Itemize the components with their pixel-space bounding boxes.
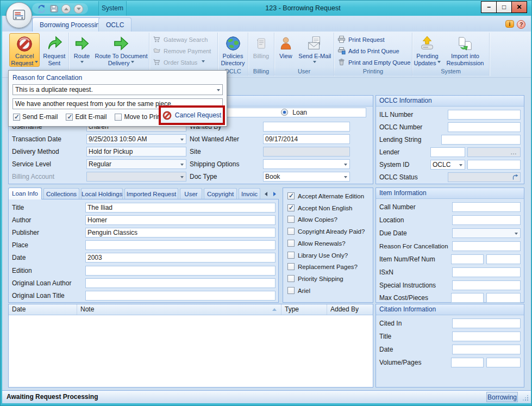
- place-field[interactable]: [85, 240, 276, 250]
- info-icon[interactable]: [505, 20, 514, 28]
- option-library-use-only[interactable]: Library Use Only?: [287, 252, 348, 259]
- transaction-date-combo[interactable]: 9/25/2013 10:50 AM: [86, 134, 186, 144]
- view-user-button[interactable]: View: [276, 33, 296, 67]
- option-accept-alternate-edition[interactable]: Accept Alternate Edition: [287, 192, 364, 199]
- resize-grip[interactable]: [522, 394, 528, 401]
- due-date-combo[interactable]: [452, 228, 521, 238]
- column-header-type[interactable]: Type: [281, 304, 327, 315]
- application-menu-icon[interactable]: [6, 2, 32, 28]
- special-instructions-field[interactable]: [452, 280, 521, 290]
- request-sent-button[interactable]: Request Sent: [41, 33, 67, 67]
- refresh-icon[interactable]: [37, 4, 46, 14]
- option-allow-renewals[interactable]: Allow Renewals?: [287, 240, 346, 247]
- checkbox-icon: [13, 114, 20, 121]
- send-email-checkbox[interactable]: Send E-mail: [13, 113, 58, 121]
- cancel-request-ribbon-button[interactable]: Cancel Request: [9, 33, 40, 67]
- add-to-print-queue-button[interactable]: Add to Print Queue: [334, 45, 412, 57]
- shipping-options-label: Shipping Options: [190, 159, 239, 169]
- save-icon[interactable]: [49, 4, 58, 13]
- print-request-button[interactable]: Print Request: [334, 34, 412, 45]
- notes-table-body[interactable]: [9, 315, 373, 387]
- citation-title-field[interactable]: [452, 332, 521, 341]
- max-cost-field[interactable]: [451, 293, 484, 303]
- cancel-request-confirm-button[interactable]: Cancel Request: [161, 108, 223, 123]
- ref-num-field[interactable]: [486, 254, 521, 264]
- tab-copyright[interactable]: Copyright: [204, 188, 237, 199]
- system-id-combo[interactable]: OCLC: [430, 160, 465, 170]
- tab-scroll-left-icon[interactable]: [262, 190, 270, 198]
- cited-in-field[interactable]: [452, 318, 521, 328]
- send-email-button[interactable]: Send E-Mail: [297, 33, 333, 67]
- service-level-label: Service Level: [12, 159, 51, 169]
- publisher-field[interactable]: Penguin Classics: [85, 228, 276, 238]
- column-header-note[interactable]: Note: [77, 304, 281, 315]
- item-num-field[interactable]: [451, 254, 484, 264]
- import-into-resubmission-button[interactable]: Import into Resubmission: [442, 33, 488, 67]
- not-wanted-after-field[interactable]: 09/17/2014: [263, 134, 350, 144]
- route-to-document-delivery-button[interactable]: Route To Document Delivery: [95, 33, 148, 67]
- billing-scroll-icon: [254, 34, 268, 53]
- browse-ellipsis-button[interactable]: …: [510, 148, 517, 157]
- tab-local-holdings[interactable]: Local Holdings: [81, 188, 123, 199]
- pieces-field[interactable]: [486, 293, 521, 303]
- service-level-combo[interactable]: Regular: [86, 159, 186, 169]
- pending-updates-button[interactable]: Pending Updates: [414, 33, 441, 67]
- tab-scroll-right-icon[interactable]: [271, 190, 278, 198]
- loan-radio-row[interactable]: Loan: [222, 108, 366, 117]
- status-refresh-icon[interactable]: [512, 174, 518, 182]
- original-loan-author-field[interactable]: [85, 278, 276, 288]
- lender-field[interactable]: [430, 147, 465, 157]
- edit-email-checkbox[interactable]: Edit E-mail: [66, 113, 107, 121]
- date-field[interactable]: 2003: [85, 253, 276, 263]
- tab-user[interactable]: User: [180, 188, 202, 199]
- tab-oclc[interactable]: OCLC: [98, 17, 132, 32]
- option-ariel[interactable]: Ariel: [287, 287, 310, 294]
- original-loan-title-field[interactable]: [85, 291, 276, 301]
- help-icon[interactable]: [517, 20, 525, 29]
- volume-field[interactable]: [451, 358, 484, 367]
- loan-radio-button[interactable]: [281, 109, 288, 116]
- print-and-empty-queue-button[interactable]: Print and Empty Queue: [334, 57, 412, 68]
- shipping-options-combo[interactable]: [263, 159, 350, 169]
- column-header-date[interactable]: Date: [9, 304, 77, 315]
- maximize-button[interactable]: □: [496, 1, 512, 13]
- wanted-by-field[interactable]: [263, 122, 350, 132]
- lending-string-field[interactable]: [441, 135, 521, 145]
- pages-field[interactable]: [486, 358, 521, 367]
- option-allow-copies[interactable]: Allow Copies?: [287, 216, 337, 223]
- tab-invoice-truncated[interactable]: Invoic: [239, 188, 260, 199]
- title-field[interactable]: The Iliad: [85, 203, 276, 213]
- isxn-field[interactable]: [452, 267, 521, 277]
- location-field[interactable]: [452, 215, 521, 225]
- tab-imported-request[interactable]: Imported Request: [124, 188, 178, 199]
- tab-collections[interactable]: Collections: [43, 188, 79, 199]
- call-number-field[interactable]: [452, 202, 521, 212]
- ill-number-field[interactable]: [448, 110, 521, 120]
- column-header-added-by[interactable]: Added By: [327, 304, 373, 315]
- doc-type-combo[interactable]: Book: [263, 172, 350, 182]
- up-arrow-icon[interactable]: [61, 4, 71, 14]
- request-options-panel: Accept Alternate Edition Accept Non Engl…: [283, 188, 373, 303]
- delivery-method-field[interactable]: Hold for Pickup: [86, 147, 186, 157]
- route-button[interactable]: Route: [70, 33, 93, 67]
- option-replacement-pages[interactable]: Replacement Pages?: [287, 263, 358, 270]
- author-field[interactable]: Homer: [85, 215, 276, 225]
- oclc-number-field[interactable]: [448, 122, 521, 132]
- cancellation-reason-combo[interactable]: This is a duplicate request.: [12, 84, 223, 95]
- tab-loan-info[interactable]: Loan Info: [8, 188, 42, 199]
- down-arrow-icon[interactable]: [74, 4, 83, 14]
- option-copyright-already-paid[interactable]: Copyright Already Paid?: [287, 228, 365, 235]
- place-label: Place: [12, 240, 28, 250]
- close-button[interactable]: ✕: [511, 1, 527, 13]
- option-priority-shipping[interactable]: Priority Shipping: [287, 275, 343, 282]
- red-highlight-annotation: Cancel Request: [159, 105, 225, 125]
- reason-for-cancellation-field[interactable]: [452, 241, 521, 251]
- option-accept-non-english[interactable]: Accept Non English: [287, 204, 352, 211]
- citation-date-field[interactable]: [452, 345, 521, 354]
- system-id-value-field[interactable]: [467, 160, 521, 170]
- lender-browse-field[interactable]: …: [467, 147, 521, 157]
- minimize-button[interactable]: −: [481, 1, 497, 13]
- edition-field[interactable]: [85, 266, 276, 276]
- policies-directory-button[interactable]: Policies Directory: [219, 33, 247, 67]
- system-menu-tab[interactable]: System: [98, 1, 127, 16]
